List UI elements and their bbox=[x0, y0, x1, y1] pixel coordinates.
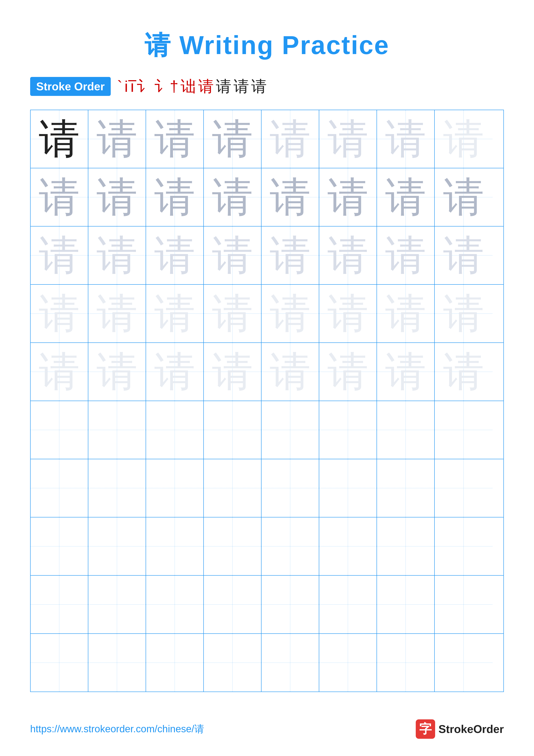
grid-cell: 请 bbox=[377, 110, 435, 168]
grid-cell: 请 bbox=[319, 110, 377, 168]
grid-cell: 请 bbox=[435, 168, 493, 226]
character-display: 请 bbox=[39, 119, 80, 159]
grid-cell bbox=[377, 517, 435, 575]
grid-row bbox=[31, 517, 503, 576]
footer-brand-name: StrokeOrder bbox=[439, 723, 504, 736]
character-display: 请 bbox=[270, 351, 311, 392]
grid-cell: 请 bbox=[146, 343, 204, 401]
stroke-order-row: Stroke Order ` i i̅ 讠 讠† 诎 请 请 请 请 bbox=[0, 63, 534, 105]
character-display: 请 bbox=[443, 293, 484, 334]
character-display: 请 bbox=[443, 351, 484, 392]
grid-cell bbox=[262, 517, 319, 575]
stroke-1: ` bbox=[117, 78, 122, 95]
grid-cell bbox=[377, 401, 435, 459]
grid-cell bbox=[435, 401, 493, 459]
grid-row bbox=[31, 634, 503, 691]
character-display: 请 bbox=[385, 351, 426, 392]
stroke-7: 请 bbox=[198, 76, 214, 97]
character-display: 请 bbox=[327, 293, 369, 334]
character-display: 请 bbox=[212, 177, 253, 218]
grid-cell bbox=[319, 634, 377, 691]
grid-cell bbox=[204, 401, 262, 459]
grid-cell: 请 bbox=[262, 285, 319, 342]
character-display: 请 bbox=[96, 119, 138, 159]
grid-cell: 请 bbox=[31, 110, 88, 168]
grid-cell bbox=[204, 634, 262, 691]
grid-cell bbox=[377, 576, 435, 634]
grid-cell bbox=[88, 401, 146, 459]
grid-cell bbox=[31, 401, 88, 459]
character-display: 请 bbox=[270, 177, 311, 218]
footer-url[interactable]: https://www.strokeorder.com/chinese/请 bbox=[30, 722, 204, 736]
grid-cell bbox=[88, 459, 146, 517]
grid-cell: 请 bbox=[204, 285, 262, 342]
character-display: 请 bbox=[443, 177, 484, 218]
character-display: 请 bbox=[327, 177, 369, 218]
grid-cell bbox=[146, 401, 204, 459]
grid-cell bbox=[262, 459, 319, 517]
grid-cell bbox=[319, 576, 377, 634]
stroke-10: 请 bbox=[251, 76, 267, 97]
grid-row: 请请请请请请请请 bbox=[31, 168, 503, 227]
grid-cell: 请 bbox=[319, 168, 377, 226]
grid-cell bbox=[319, 459, 377, 517]
grid-cell bbox=[377, 459, 435, 517]
grid-row: 请请请请请请请请 bbox=[31, 285, 503, 343]
grid-cell bbox=[435, 517, 493, 575]
grid-cell bbox=[319, 517, 377, 575]
grid-row bbox=[31, 401, 503, 459]
character-display: 请 bbox=[212, 293, 253, 334]
grid-cell bbox=[146, 459, 204, 517]
grid-cell: 请 bbox=[31, 227, 88, 284]
grid-cell: 请 bbox=[435, 227, 493, 284]
character-display: 请 bbox=[154, 235, 195, 276]
grid-cell bbox=[435, 459, 493, 517]
grid-cell bbox=[435, 576, 493, 634]
grid-cell bbox=[88, 576, 146, 634]
grid-cell: 请 bbox=[204, 227, 262, 284]
grid-cell: 请 bbox=[262, 227, 319, 284]
stroke-6: 诎 bbox=[181, 76, 196, 97]
grid-cell: 请 bbox=[204, 110, 262, 168]
grid-cell: 请 bbox=[31, 285, 88, 342]
grid-cell: 请 bbox=[31, 343, 88, 401]
stroke-8: 请 bbox=[216, 76, 231, 97]
grid-cell bbox=[146, 634, 204, 691]
grid-cell: 请 bbox=[88, 110, 146, 168]
grid-cell: 请 bbox=[377, 168, 435, 226]
grid-cell: 请 bbox=[88, 285, 146, 342]
grid-cell: 请 bbox=[435, 343, 493, 401]
character-display: 请 bbox=[327, 235, 369, 276]
character-display: 请 bbox=[270, 235, 311, 276]
character-display: 请 bbox=[96, 177, 138, 218]
character-display: 请 bbox=[39, 293, 80, 334]
grid-cell bbox=[31, 459, 88, 517]
grid-row: 请请请请请请请请 bbox=[31, 343, 503, 401]
grid-cell: 请 bbox=[204, 168, 262, 226]
grid-cell: 请 bbox=[377, 227, 435, 284]
character-display: 请 bbox=[154, 351, 195, 392]
grid-cell bbox=[88, 634, 146, 691]
character-display: 请 bbox=[212, 119, 253, 159]
character-display: 请 bbox=[385, 293, 426, 334]
grid-cell: 请 bbox=[377, 285, 435, 342]
grid-cell: 请 bbox=[146, 285, 204, 342]
grid-cell bbox=[435, 634, 493, 691]
page-title: 请 Writing Practice bbox=[0, 0, 534, 63]
character-display: 请 bbox=[39, 351, 80, 392]
grid-row bbox=[31, 576, 503, 634]
character-display: 请 bbox=[327, 351, 369, 392]
character-display: 请 bbox=[385, 119, 426, 159]
writing-grid: 请请请请请请请请请请请请请请请请请请请请请请请请请请请请请请请请请请请请请请请请 bbox=[30, 110, 504, 692]
grid-cell: 请 bbox=[88, 227, 146, 284]
character-display: 请 bbox=[327, 119, 369, 159]
character-display: 请 bbox=[443, 119, 484, 159]
character-display: 请 bbox=[270, 119, 311, 159]
grid-cell: 请 bbox=[435, 285, 493, 342]
character-display: 请 bbox=[154, 177, 195, 218]
grid-cell bbox=[262, 576, 319, 634]
character-display: 请 bbox=[96, 293, 138, 334]
character-display: 请 bbox=[96, 351, 138, 392]
character-display: 请 bbox=[39, 235, 80, 276]
grid-cell: 请 bbox=[377, 343, 435, 401]
